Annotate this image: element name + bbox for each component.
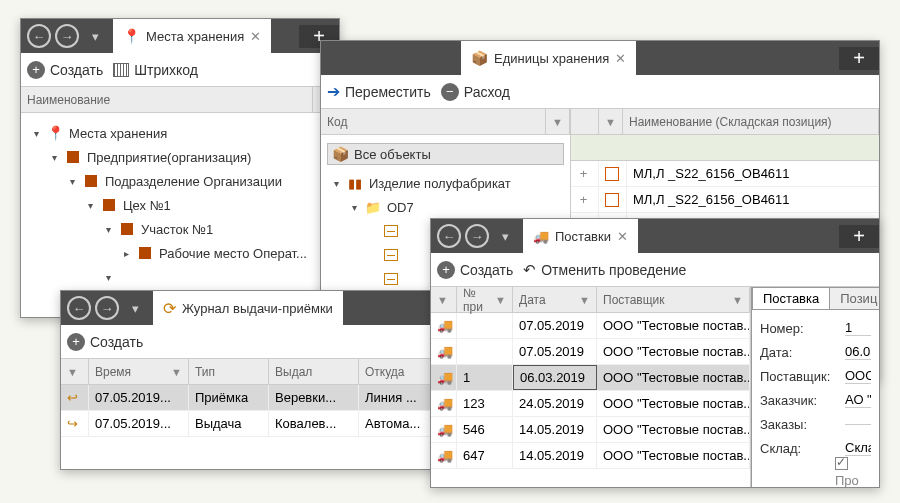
- tree-node[interactable]: ▸ Рабочие место Операт...: [27, 241, 333, 265]
- value-customer[interactable]: АО "Пр: [845, 392, 871, 408]
- create-button[interactable]: + Создать: [67, 333, 143, 351]
- grid-row[interactable]: ↪ 07.05.2019... Выдача Ковалев... Автома…: [61, 411, 459, 437]
- nav-fwd-button[interactable]: →: [55, 24, 79, 48]
- drawer-icon: [384, 225, 398, 237]
- cell-supplier: ООО "Тестовые постав...: [603, 370, 750, 385]
- detail-tabs: Поставка Позиц: [752, 287, 879, 310]
- detail-form: Номер:1 Дата:06.03.2 Поставщик:ООО " Зак…: [752, 310, 879, 487]
- cancel-posting-button[interactable]: ↶ Отменить проведение: [523, 261, 686, 279]
- filter-icon[interactable]: ▼: [579, 294, 590, 306]
- label-supplier: Поставщик:: [760, 369, 845, 384]
- filter-icon[interactable]: ▼: [437, 294, 448, 306]
- new-tab-button[interactable]: +: [839, 47, 879, 70]
- tab-storage-units[interactable]: 📦 Единицы хранения ✕: [461, 41, 636, 75]
- nav-fwd-button[interactable]: →: [465, 224, 489, 248]
- nav-back-button[interactable]: ←: [67, 296, 91, 320]
- nav-fwd-button[interactable]: →: [95, 296, 119, 320]
- tree-node[interactable]: ▾📁 OD7: [327, 195, 564, 219]
- new-tab-button[interactable]: +: [839, 225, 879, 248]
- sync-icon: ⟳: [163, 299, 176, 318]
- tree-node[interactable]: ▾ Подразделение Организации: [27, 169, 333, 193]
- close-icon[interactable]: ✕: [615, 51, 626, 66]
- tree-node[interactable]: ▾: [27, 265, 333, 289]
- detail-tab-supply[interactable]: Поставка: [752, 287, 830, 309]
- nav-back-button[interactable]: ←: [27, 24, 51, 48]
- close-icon[interactable]: ✕: [250, 29, 261, 44]
- cell-name: МЛ,Л _S22_6156_OB4611: [633, 192, 790, 207]
- tab-storage-places[interactable]: 📍 Места хранения ✕: [113, 19, 271, 53]
- cell-supplier: ООО "Тестовые постав...: [603, 422, 750, 437]
- grid-row[interactable]: 🚚 07.05.2019 ООО "Тестовые постав...: [431, 339, 750, 365]
- filter-icon[interactable]: ▼: [605, 116, 616, 128]
- filter-icon[interactable]: ▼: [552, 116, 563, 128]
- create-label: Создать: [50, 62, 103, 78]
- all-objects-node[interactable]: 📦 Все объекты: [327, 143, 564, 165]
- tree-node[interactable]: ▾▮▮ Изделие полуфабрикат: [327, 171, 564, 195]
- tab-journal[interactable]: ⟳ Журнал выдачи-приёмки: [153, 291, 343, 325]
- filter-icon[interactable]: ▼: [495, 294, 506, 306]
- tree-label: Цех №1: [123, 198, 171, 213]
- filter-icon[interactable]: ▼: [67, 366, 78, 378]
- filter-icon[interactable]: ▼: [732, 294, 743, 306]
- value-supplier[interactable]: ООО ": [845, 368, 871, 384]
- grid-row[interactable]: + МЛ,Л _S22_6156_OB4611: [571, 161, 879, 187]
- move-button[interactable]: ➔ Переместить: [327, 82, 431, 101]
- col-date: Дата: [519, 293, 546, 307]
- workplace-icon: [139, 247, 151, 259]
- tree-node[interactable]: ▾ Предприятие(организация): [27, 145, 333, 169]
- value-number[interactable]: 1: [845, 320, 871, 336]
- books-icon: ▮▮: [347, 175, 363, 191]
- plus-icon: +: [67, 333, 85, 351]
- expense-label: Расход: [464, 84, 510, 100]
- tree-node-root[interactable]: ▾📍 Места хранения: [27, 121, 333, 145]
- truck-icon: 🚚: [437, 448, 453, 463]
- grid-row[interactable]: 🚚 1 06.03.2019 ООО "Тестовые постав...: [431, 365, 750, 391]
- expand-icon[interactable]: +: [577, 193, 590, 206]
- grid-row[interactable]: 🚚 07.05.2019 ООО "Тестовые постав...: [431, 313, 750, 339]
- close-icon[interactable]: ✕: [617, 229, 628, 244]
- pin-icon: 📍: [123, 28, 140, 44]
- grid-row[interactable]: 🚚 123 24.05.2019 ООО "Тестовые постав...: [431, 391, 750, 417]
- box-icon: 📦: [332, 146, 348, 162]
- grid-row[interactable]: 🚚 546 14.05.2019 ООО "Тестовые постав...: [431, 417, 750, 443]
- value-warehouse[interactable]: Склад: [845, 440, 871, 456]
- col-type: Тип: [195, 365, 215, 379]
- cell-num: 123: [463, 396, 485, 411]
- expense-button[interactable]: − Расход: [441, 83, 510, 101]
- tab-label: Журнал выдачи-приёмки: [182, 301, 333, 316]
- nav-dropdown-button[interactable]: ▾: [83, 24, 107, 48]
- shop-icon: [103, 199, 115, 211]
- nav-back-button[interactable]: ←: [437, 224, 461, 248]
- cell-type: Выдача: [195, 416, 242, 431]
- cell-supplier: ООО "Тестовые постав...: [603, 448, 750, 463]
- grid-row[interactable]: ↩ 07.05.2019... Приёмка Веревки... Линия…: [61, 385, 459, 411]
- expand-icon[interactable]: +: [577, 167, 590, 180]
- titlebar: 📦 Единицы хранения ✕ +: [321, 41, 879, 75]
- detail-tab-positions[interactable]: Позиц: [829, 287, 879, 309]
- create-button[interactable]: + Создать: [437, 261, 513, 279]
- toolbar: + Создать ↶ Отменить проведение: [431, 253, 879, 287]
- value-orders[interactable]: [845, 424, 871, 425]
- tree-node[interactable]: ▾ Участок №1: [27, 217, 333, 241]
- tab-supplies[interactable]: 🚚 Поставки ✕: [523, 219, 638, 253]
- grid-icon: [605, 167, 619, 181]
- checkbox-posted[interactable]: [835, 457, 848, 470]
- column-header: Код ▼: [321, 109, 570, 135]
- grid-row[interactable]: 🚚 647 14.05.2019 ООО "Тестовые постав...: [431, 443, 750, 469]
- value-date[interactable]: 06.03.2: [845, 344, 871, 360]
- cell-from: Линия ...: [365, 390, 417, 405]
- create-button[interactable]: + Создать: [27, 61, 103, 79]
- truck-icon: 🚚: [437, 370, 453, 385]
- filter-icon[interactable]: ▼: [171, 366, 182, 378]
- titlebar: ← → ▾ ⟳ Журнал выдачи-приёмки: [61, 291, 459, 325]
- col-time: Время: [95, 365, 131, 379]
- nav-dropdown-button[interactable]: ▾: [123, 296, 147, 320]
- tree-node[interactable]: ▾ Цех №1: [27, 193, 333, 217]
- nav-dropdown-button[interactable]: ▾: [493, 224, 517, 248]
- truck-icon: 🚚: [533, 229, 549, 244]
- barcode-button[interactable]: Штрихкод: [113, 62, 198, 78]
- cell-date: 07.05.2019: [519, 318, 584, 333]
- grid-row[interactable]: + МЛ,Л _S22_6156_OB4611: [571, 187, 879, 213]
- journal-window: ← → ▾ ⟳ Журнал выдачи-приёмки + Создать …: [60, 290, 460, 470]
- tree-label: Изделие полуфабрикат: [369, 176, 511, 191]
